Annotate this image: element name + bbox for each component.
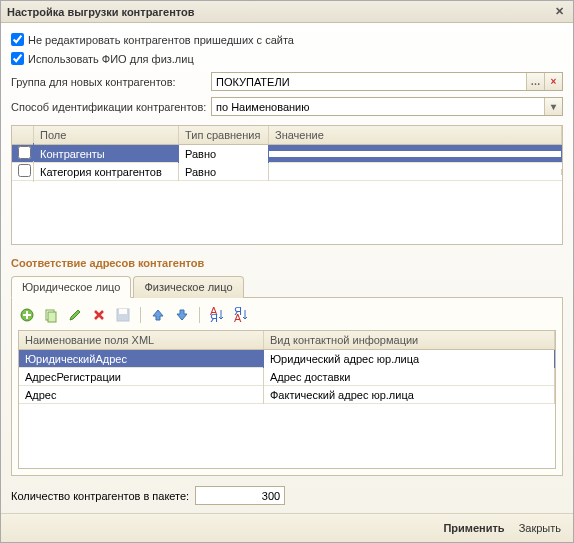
titlebar: Настройка выгрузки контрагентов ✕: [1, 1, 573, 23]
batch-label: Количество контрагентов в пакете:: [11, 490, 189, 502]
row-field: Контрагенты: [34, 145, 179, 163]
info-column-header: Вид контактной информации: [264, 331, 555, 349]
filter-grid-header: Поле Тип сравнения Значение: [12, 126, 562, 145]
footer: Применить Закрыть: [1, 513, 573, 542]
dialog-window: Настройка выгрузки контрагентов ✕ Не ред…: [0, 0, 574, 543]
row-xml: ЮридическийАдрес: [19, 350, 264, 368]
close-icon[interactable]: ✕: [551, 4, 567, 20]
batch-row: Количество контрагентов в пакете:: [11, 486, 563, 505]
ellipsis-button[interactable]: …: [526, 73, 544, 90]
window-title: Настройка выгрузки контрагентов: [7, 6, 195, 18]
sort-desc-icon[interactable]: ЯА: [232, 306, 250, 324]
toolbar: АЯ ЯА: [18, 304, 556, 330]
row-xml: Адрес: [19, 386, 264, 404]
move-down-icon[interactable]: [173, 306, 191, 324]
delete-icon[interactable]: [90, 306, 108, 324]
ident-row: Способ идентификации контрагентов: ▾: [11, 97, 563, 116]
row-val: [269, 151, 562, 157]
svg-rect-4: [119, 309, 127, 314]
svg-rect-2: [48, 312, 56, 322]
apply-button[interactable]: Применить: [443, 522, 504, 534]
move-up-icon[interactable]: [149, 306, 167, 324]
table-row[interactable]: АдресРегистрации Адрес доставки: [19, 368, 555, 386]
checkbox-use-fio[interactable]: Использовать ФИО для физ.лиц: [11, 52, 563, 65]
toolbar-separator: [199, 307, 200, 323]
table-row[interactable]: Контрагенты Равно: [12, 145, 562, 163]
tab-body: АЯ ЯА Наименование поля XML Вид контактн…: [11, 298, 563, 476]
table-row[interactable]: Категория контрагентов Равно: [12, 163, 562, 181]
content-area: Не редактировать контрагентов пришедших …: [1, 23, 573, 513]
row-info: Юридический адрес юр.лица: [264, 350, 555, 368]
row-xml: АдресРегистрации: [19, 368, 264, 386]
row-checkbox[interactable]: [12, 161, 34, 182]
ident-input[interactable]: [212, 98, 544, 115]
group-row: Группа для новых контрагентов: … ×: [11, 72, 563, 91]
table-row[interactable]: Адрес Фактический адрес юр.лица: [19, 386, 555, 404]
group-input[interactable]: [212, 73, 526, 90]
address-grid: Наименование поля XML Вид контактной инф…: [18, 330, 556, 469]
row-comp: Равно: [179, 145, 269, 163]
checkbox-use-fio-input[interactable]: [11, 52, 24, 65]
close-button[interactable]: Закрыть: [519, 522, 561, 534]
row-field: Категория контрагентов: [34, 163, 179, 181]
group-label: Группа для новых контрагентов:: [11, 76, 211, 88]
row-comp: Равно: [179, 163, 269, 181]
save-icon[interactable]: [114, 306, 132, 324]
edit-icon[interactable]: [66, 306, 84, 324]
dropdown-icon[interactable]: ▾: [544, 98, 562, 115]
address-grid-header: Наименование поля XML Вид контактной инф…: [19, 331, 555, 350]
toolbar-separator: [140, 307, 141, 323]
svg-text:Я: Я: [210, 312, 218, 323]
field-column-header: Поле: [34, 126, 179, 144]
copy-icon[interactable]: [42, 306, 60, 324]
add-icon[interactable]: [18, 306, 36, 324]
tab-legal[interactable]: Юридическое лицо: [11, 276, 131, 298]
checkbox-use-fio-label: Использовать ФИО для физ.лиц: [28, 53, 194, 65]
sort-asc-icon[interactable]: АЯ: [208, 306, 226, 324]
ident-label: Способ идентификации контрагентов:: [11, 101, 211, 113]
section-title: Соответствие адресов контагентов: [11, 257, 563, 269]
clear-icon[interactable]: ×: [544, 73, 562, 90]
batch-input[interactable]: [195, 486, 285, 505]
row-info: Адрес доставки: [264, 368, 555, 386]
checkbox-column-header: [12, 126, 34, 144]
comp-column-header: Тип сравнения: [179, 126, 269, 144]
group-input-group: … ×: [211, 72, 563, 91]
svg-text:А: А: [234, 312, 242, 323]
row-val: [269, 169, 562, 175]
ident-input-group: ▾: [211, 97, 563, 116]
xml-column-header: Наименование поля XML: [19, 331, 264, 349]
checkbox-no-edit-input[interactable]: [11, 33, 24, 46]
checkbox-no-edit[interactable]: Не редактировать контрагентов пришедших …: [11, 33, 563, 46]
row-info: Фактический адрес юр.лица: [264, 386, 555, 404]
checkbox-no-edit-label: Не редактировать контрагентов пришедших …: [28, 34, 294, 46]
table-row[interactable]: ЮридическийАдрес Юридический адрес юр.ли…: [19, 350, 555, 368]
filter-grid: Поле Тип сравнения Значение Контрагенты …: [11, 125, 563, 245]
tabs: Юридическое лицо Физическое лицо: [11, 275, 563, 298]
tab-person[interactable]: Физическое лицо: [133, 276, 243, 298]
val-column-header: Значение: [269, 126, 562, 144]
